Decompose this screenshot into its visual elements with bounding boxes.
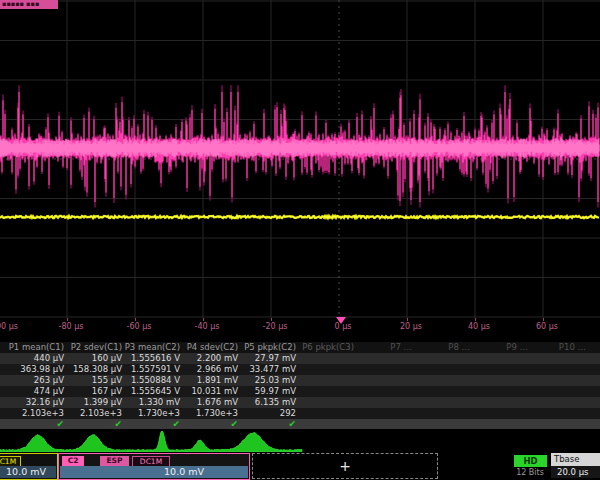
waveform-display[interactable] [0, 0, 600, 318]
measurement-value: 2.103e+3 [8, 408, 66, 419]
measurement-value: 1.555645 V [124, 386, 182, 397]
time-axis-label: -60 µs [117, 322, 161, 331]
measurement-value: 474 µV [8, 386, 66, 397]
measurement-value: 263 µV [8, 375, 66, 386]
oscilloscope-screen: ▪▪▪▪▪ ▪▪▪ -100 µs-80 µs-60 µs-40 µs-20 µ… [0, 0, 600, 480]
trace-label: ▪▪▪▪▪ ▪▪▪ [0, 0, 58, 9]
measurement-value: 167 µV [66, 386, 124, 397]
c2-channel-badge: C2 [62, 456, 84, 466]
channel-c1-descriptor[interactable]: DC1M 10.0 mV [0, 453, 58, 480]
axis-tick [135, 318, 136, 321]
channel-c2-descriptor[interactable]: C2 ESP DC1M 10.0 mV [58, 453, 250, 480]
c2-volts-per-div: 10.0 mV [60, 466, 248, 478]
time-axis-label: 20 µs [389, 322, 433, 331]
timebase-descriptor[interactable]: Tbase [551, 453, 600, 466]
param-header[interactable]: P3 mean(C2) [124, 342, 182, 353]
table-row: 440 µV160 µV1.555616 V2.200 mV27.97 mV [0, 353, 600, 364]
param-header[interactable]: P2 sdev(C1) [66, 342, 124, 353]
measurement-value: 158.308 µV [66, 364, 124, 375]
measurement-value: 10.031 mV [182, 386, 240, 397]
status-check-icon: ✔ [8, 419, 69, 430]
status-check-icon: ✔ [66, 419, 127, 430]
table-row: 363.98 µV158.308 µV1.557591 V2.966 mV33.… [0, 364, 600, 375]
measurement-value: 33.477 mV [240, 364, 298, 375]
table-row: 32.16 µV1.399 µV1.330 mV1.676 mV6.135 mV [0, 397, 600, 408]
measurement-value: 32.16 µV [8, 397, 66, 408]
axis-tick [407, 318, 408, 321]
measurement-value: 155 µV [66, 375, 124, 386]
status-check-icon: ✔ [182, 419, 243, 430]
measurement-value: 2.966 mV [182, 364, 240, 375]
measurement-value: 292 [240, 408, 298, 419]
measurement-value: 1.555616 V [124, 353, 182, 364]
measurement-value: 440 µV [8, 353, 66, 364]
time-axis-label: -20 µs [253, 322, 297, 331]
status-check-icon: ✔ [124, 419, 185, 430]
axis-tick [203, 318, 204, 321]
param-header[interactable]: P5 pkpk(C2) [240, 342, 298, 353]
axis-tick [543, 318, 544, 321]
measurement-value: 1.557591 V [124, 364, 182, 375]
measurement-value: 1.399 µV [66, 397, 124, 408]
c2-esp-badge: ESP [100, 456, 129, 466]
table-row: 2.103e+32.103e+31.730e+31.730e+3292 [0, 408, 600, 419]
measurement-value: 1.330 mV [124, 397, 182, 408]
measurement-value: 1.730e+3 [182, 408, 240, 419]
time-axis-label: -80 µs [49, 322, 93, 331]
time-axis-label: -100 µs [0, 322, 25, 331]
table-row: ✔✔✔✔✔ [0, 419, 600, 429]
trigger-position-marker[interactable] [336, 317, 346, 324]
table-row: 263 µV155 µV1.550884 V1.891 mV25.03 mV [0, 375, 600, 386]
table-row: P1 mean(C1)P2 sdev(C1)P3 mean(C2)P4 sdev… [0, 342, 600, 353]
time-axis: -100 µs-80 µs-60 µs-40 µs-20 µs0 µs20 µs… [0, 318, 600, 334]
axis-tick [67, 318, 68, 321]
measurement-value: 27.97 mV [240, 353, 298, 364]
param-header-unused[interactable]: P9 … [472, 342, 530, 353]
measurement-value: 59.97 mV [240, 386, 298, 397]
param-header-unused[interactable]: P6 pkpk(C3) [298, 342, 356, 353]
timebase-value: 20.0 µs [551, 466, 600, 478]
descriptor-bar: DC1M 10.0 mV C2 ESP DC1M 10.0 mV + HD 12… [0, 452, 600, 480]
measurement-value: 25.03 mV [240, 375, 298, 386]
c1-volts-per-div: 10.0 mV [0, 466, 56, 478]
param-header[interactable]: P1 mean(C1) [8, 342, 66, 353]
measurement-value: 2.103e+3 [66, 408, 124, 419]
hd-mode-badge[interactable]: HD [514, 455, 547, 467]
measurement-value: 1.891 mV [182, 375, 240, 386]
axis-tick [271, 318, 272, 321]
time-axis-label: 40 µs [457, 322, 501, 331]
param-header-unused[interactable]: P7 … [356, 342, 414, 353]
param-header-unused[interactable]: P10 … [530, 342, 588, 353]
add-trace-button[interactable]: + [252, 453, 438, 479]
measurement-value: 2.200 mV [182, 353, 240, 364]
measurement-value: 1.676 mV [182, 397, 240, 408]
hd-bits-label: 12 Bits [506, 468, 554, 477]
time-axis-label: -40 µs [185, 322, 229, 331]
status-check-icon: ✔ [240, 419, 301, 430]
measurement-value: 363.98 µV [8, 364, 66, 375]
measurement-value: 160 µV [66, 353, 124, 364]
axis-tick [475, 318, 476, 321]
measurement-value: 1.730e+3 [124, 408, 182, 419]
measurement-value: 1.550884 V [124, 375, 182, 386]
param-header[interactable]: P4 sdev(C2) [182, 342, 240, 353]
measurement-table: P1 mean(C1)P2 sdev(C1)P3 mean(C2)P4 sdev… [0, 342, 600, 430]
param-header-unused[interactable]: P8 … [414, 342, 472, 353]
measurement-value: 6.135 mV [240, 397, 298, 408]
table-row: 474 µV167 µV1.555645 V10.031 mV59.97 mV [0, 386, 600, 397]
measurement-histicons [0, 430, 600, 453]
time-axis-label: 60 µs [525, 322, 569, 331]
